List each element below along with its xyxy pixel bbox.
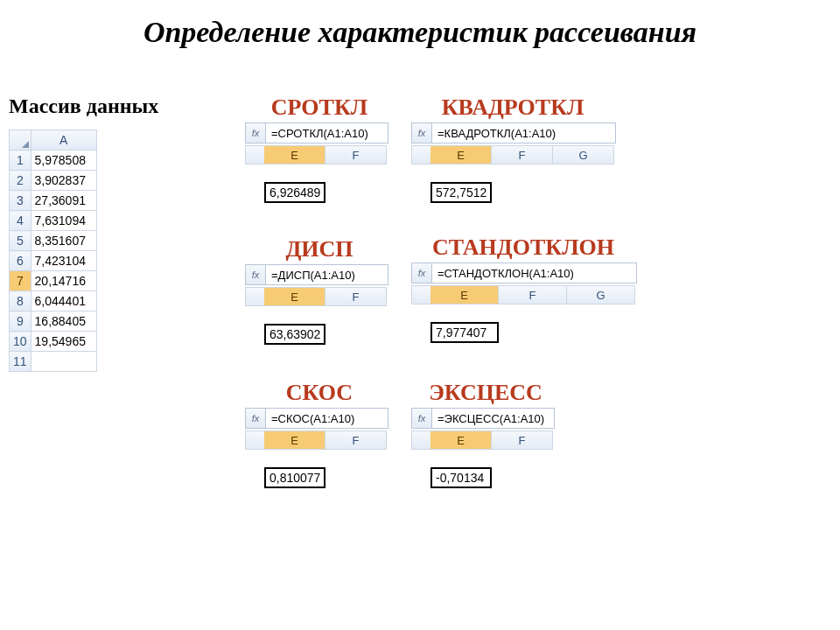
- fx-icon[interactable]: fx: [412, 123, 432, 143]
- formula-bar[interactable]: fx=ЭКСЦЕСС(A1:A10): [411, 408, 555, 429]
- result-gap: [245, 182, 264, 203]
- data-cell[interactable]: 3,902837: [31, 171, 96, 191]
- row-header[interactable]: 2: [10, 171, 32, 191]
- col-gap: [245, 287, 264, 306]
- row-header[interactable]: 4: [10, 211, 32, 231]
- formula-text[interactable]: =СТАНДОТКЛОН(A1:A10): [432, 263, 579, 283]
- formula-bar[interactable]: fx=СКОС(A1:A10): [245, 408, 388, 429]
- data-cell[interactable]: 7,631094: [31, 211, 96, 231]
- col-header-bar: EF: [411, 430, 553, 450]
- result-row: 6,926489: [245, 182, 394, 203]
- formula-text[interactable]: =СРОТКЛ(A1:A10): [266, 123, 374, 143]
- formula-text[interactable]: =СКОС(A1:A10): [266, 409, 360, 428]
- col-header[interactable]: F: [326, 145, 387, 164]
- func-box-kvadrotkl: КВАДРОТКЛfx=КВАДРОТКЛ(A1:A10)EFG572,7512: [411, 94, 616, 203]
- col-header[interactable]: E: [264, 145, 326, 164]
- col-header[interactable]: F: [326, 430, 387, 450]
- result-row: 7,977407: [411, 322, 637, 343]
- row-header[interactable]: 8: [10, 291, 32, 312]
- data-cell[interactable]: [31, 352, 96, 372]
- result-gap: [245, 324, 264, 345]
- fx-icon[interactable]: fx: [412, 409, 432, 428]
- formula-bar[interactable]: fx=КВАДРОТКЛ(A1:A10): [411, 122, 616, 144]
- fx-icon[interactable]: fx: [412, 263, 432, 283]
- row-header[interactable]: 3: [10, 191, 32, 211]
- formula-bar[interactable]: fx=СТАНДОТКЛОН(A1:A10): [411, 262, 637, 284]
- data-cell[interactable]: 8,351607: [31, 231, 96, 251]
- row-header[interactable]: 6: [10, 251, 32, 271]
- data-cell[interactable]: 7,423104: [31, 251, 96, 271]
- col-gap: [411, 430, 430, 450]
- col-header[interactable]: G: [553, 145, 614, 164]
- row-header[interactable]: 9: [10, 312, 32, 332]
- func-box-excess: ЭКСЦЕССfx=ЭКСЦЕСС(A1:A10)EF-0,70134: [411, 380, 560, 488]
- row-header[interactable]: 11: [10, 352, 32, 372]
- result-gap: [245, 467, 264, 488]
- formula-bar[interactable]: fx=ДИСП(A1:A10): [245, 264, 388, 285]
- col-header-bar: EFG: [411, 145, 614, 164]
- result-gap: [411, 322, 430, 343]
- col-header-a[interactable]: A: [31, 130, 96, 150]
- func-box-disp: ДИСПfx=ДИСП(A1:A10)EF63,63902: [245, 236, 394, 345]
- data-cell[interactable]: 16,88405: [31, 312, 96, 332]
- formula-bar[interactable]: fx=СРОТКЛ(A1:A10): [245, 122, 388, 144]
- col-header[interactable]: E: [430, 430, 492, 450]
- row-header[interactable]: 10: [10, 332, 32, 352]
- result-row: 572,7512: [411, 182, 616, 203]
- result-cell[interactable]: 63,63902: [264, 324, 326, 345]
- row-header[interactable]: 7: [10, 271, 32, 291]
- fx-icon[interactable]: fx: [246, 409, 266, 428]
- data-cell[interactable]: 27,36091: [31, 191, 96, 211]
- col-header-bar: EF: [245, 145, 387, 164]
- page-title: Определение характеристик рассеивания: [0, 16, 840, 49]
- fx-icon[interactable]: fx: [246, 123, 266, 143]
- col-header[interactable]: F: [492, 145, 553, 164]
- result-cell[interactable]: 572,7512: [430, 182, 492, 203]
- func-title: СРОТКЛ: [245, 94, 394, 121]
- func-title: СТАНДОТКЛОН: [411, 234, 635, 261]
- col-header[interactable]: E: [264, 430, 326, 450]
- result-gap: [411, 182, 430, 203]
- formula-text[interactable]: =ДИСП(A1:A10): [266, 265, 360, 284]
- col-gap: [245, 145, 264, 164]
- select-all-corner[interactable]: [10, 130, 32, 150]
- col-header[interactable]: G: [567, 285, 635, 304]
- data-cell[interactable]: 5,978508: [31, 150, 96, 171]
- formula-text[interactable]: =КВАДРОТКЛ(A1:A10): [432, 123, 561, 143]
- row-header[interactable]: 5: [10, 231, 32, 251]
- col-header[interactable]: F: [326, 287, 387, 306]
- page: Определение характеристик рассеивания Ма…: [0, 0, 840, 630]
- col-header[interactable]: E: [264, 287, 326, 306]
- col-header[interactable]: E: [430, 285, 499, 304]
- result-cell[interactable]: -0,70134: [430, 467, 492, 488]
- subtitle: Массив данных: [9, 94, 158, 118]
- data-cell[interactable]: 6,044401: [31, 291, 96, 312]
- func-box-skos: СКОСfx=СКОС(A1:A10)EF0,810077: [245, 380, 394, 488]
- data-cell[interactable]: 19,54965: [31, 332, 96, 352]
- result-cell[interactable]: 0,810077: [264, 467, 326, 488]
- col-header[interactable]: F: [492, 430, 553, 450]
- data-cell[interactable]: 20,14716: [31, 271, 96, 291]
- result-row: 63,63902: [245, 324, 394, 345]
- result-row: -0,70134: [411, 467, 560, 488]
- col-header-bar: EFG: [411, 285, 635, 304]
- col-header[interactable]: F: [499, 285, 567, 304]
- col-header-bar: EF: [245, 287, 387, 306]
- func-title: ЭКСЦЕСС: [411, 380, 560, 406]
- fx-icon[interactable]: fx: [246, 265, 266, 284]
- data-array-table: A 15,97850823,902837327,3609147,63109458…: [9, 130, 97, 372]
- col-gap: [411, 285, 430, 304]
- result-cell[interactable]: 6,926489: [264, 182, 326, 203]
- result-cell[interactable]: 7,977407: [430, 322, 499, 343]
- func-title: КВАДРОТКЛ: [411, 94, 614, 121]
- col-gap: [411, 145, 430, 164]
- func-title: СКОС: [245, 380, 394, 406]
- func-box-srotkl: СРОТКЛfx=СРОТКЛ(A1:A10)EF6,926489: [245, 94, 394, 203]
- func-box-stand: СТАНДОТКЛОНfx=СТАНДОТКЛОН(A1:A10)EFG7,97…: [411, 234, 637, 343]
- col-header-bar: EF: [245, 430, 387, 450]
- row-header[interactable]: 1: [10, 150, 32, 171]
- func-title: ДИСП: [245, 236, 394, 262]
- formula-text[interactable]: =ЭКСЦЕСС(A1:A10): [432, 409, 550, 428]
- result-row: 0,810077: [245, 467, 394, 488]
- col-header[interactable]: E: [430, 145, 492, 164]
